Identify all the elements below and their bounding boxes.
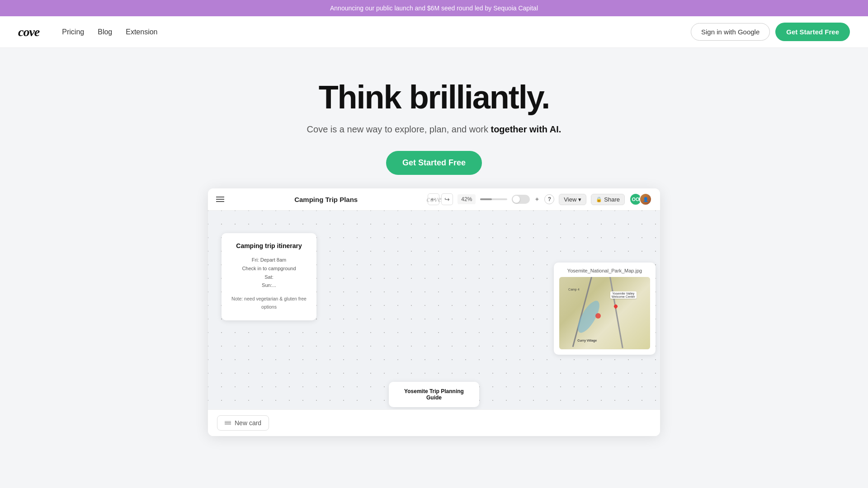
- document-title: Camping Trip Plans: [230, 196, 422, 203]
- navbar-actions: Sign in with Google Get Started Free: [691, 23, 850, 41]
- new-card-button[interactable]: New card: [217, 415, 269, 431]
- share-button[interactable]: 🔒 Share: [591, 194, 625, 205]
- card-content: Fri: Depart 8am Check in to campground S…: [231, 256, 307, 290]
- zoom-level: 42%: [458, 194, 476, 204]
- zoom-slider[interactable]: [480, 198, 507, 200]
- map-text-2: Camp 4: [568, 288, 580, 291]
- hero-section: Think brilliantly. Cove is a new way to …: [0, 48, 868, 454]
- collaborator-avatars: OO 👤: [629, 193, 652, 206]
- announcement-text: Announcing our public launch and $6M see…: [330, 5, 538, 12]
- navbar: cove Pricing Blog Extension Sign in with…: [0, 16, 868, 48]
- lock-icon: 🔒: [596, 197, 602, 202]
- map-text-1: Curry Village: [577, 339, 597, 342]
- menu-icon[interactable]: [216, 197, 224, 202]
- map-image: Yosemite ValleyWelcome Center Curry Vill…: [559, 277, 650, 349]
- ai-icon: ✦: [534, 196, 540, 203]
- avatar-user2: 👤: [639, 193, 652, 206]
- hero-title: Think brilliantly.: [9, 80, 859, 115]
- new-card-label: New card: [235, 419, 261, 427]
- app-bottom-bar: New card: [208, 409, 660, 436]
- announcement-bar: Announcing our public launch and $6M see…: [0, 0, 868, 16]
- card-camping-itinerary[interactable]: Camping trip itinerary Fri: Depart 8am C…: [222, 233, 316, 320]
- sign-in-google-button[interactable]: Sign in with Google: [691, 23, 770, 41]
- help-button[interactable]: ?: [544, 194, 554, 204]
- card-note: Note: need vegetarian & gluten free opti…: [231, 295, 307, 311]
- map-pin-1: [613, 304, 618, 309]
- new-card-icon: [225, 421, 231, 425]
- app-canvas: Camping trip itinerary Fri: Depart 8am C…: [208, 211, 660, 409]
- get-started-button-hero[interactable]: Get Started Free: [386, 151, 482, 175]
- card-yosemite-guide[interactable]: Yosemite Trip Planning Guide: [389, 382, 479, 407]
- map-marker-1: [595, 313, 601, 319]
- view-button[interactable]: View ▾: [559, 194, 586, 205]
- logo[interactable]: cove: [18, 25, 39, 39]
- nav-extension[interactable]: Extension: [126, 28, 157, 36]
- nav-pricing[interactable]: Pricing: [62, 28, 84, 36]
- app-toolbar: Camping Trip Plans cove ↩ ↪ 42% ✦ ? View…: [208, 188, 660, 211]
- guide-card-title: Yosemite Trip Planning Guide: [396, 388, 472, 401]
- nav-blog[interactable]: Blog: [98, 28, 112, 36]
- map-filename: Yosemite_National_Park_Map.jpg: [559, 268, 650, 273]
- map-welcome-center-label: Yosemite ValleyWelcome Center: [610, 291, 637, 299]
- map-road-2: [609, 277, 623, 348]
- get-started-button-nav[interactable]: Get Started Free: [775, 23, 850, 41]
- hero-subtitle: Cove is a new way to explore, plan, and …: [9, 124, 859, 135]
- redo-button[interactable]: ↪: [441, 193, 453, 205]
- toolbar-logo: cove: [427, 195, 442, 204]
- card-yosemite-map[interactable]: Yosemite_National_Park_Map.jpg Yosemite …: [554, 263, 656, 355]
- nav-links: Pricing Blog Extension: [62, 28, 691, 36]
- app-preview: Camping Trip Plans cove ↩ ↪ 42% ✦ ? View…: [208, 188, 660, 436]
- toolbar-right: ↩ ↪ 42% ✦ ? View ▾ 🔒 Share OO: [428, 193, 652, 206]
- ai-toggle[interactable]: [512, 195, 530, 204]
- card-title: Camping trip itinerary: [231, 242, 307, 249]
- chevron-down-icon: ▾: [578, 196, 581, 203]
